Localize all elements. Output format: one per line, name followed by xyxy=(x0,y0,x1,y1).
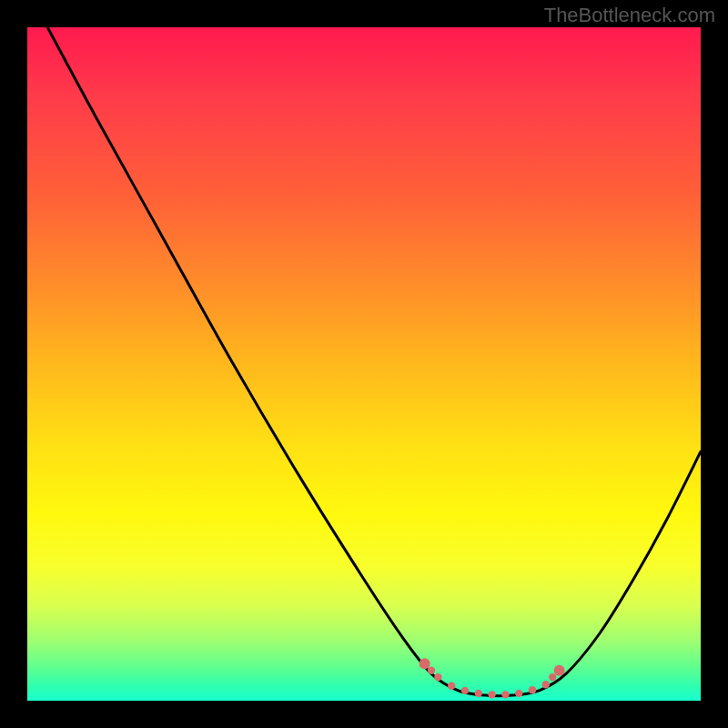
highlight-dot xyxy=(475,690,482,697)
highlight-dot xyxy=(542,681,550,688)
bottleneck-curve xyxy=(47,27,701,696)
highlight-dot xyxy=(554,665,565,676)
highlight-dot xyxy=(461,687,469,694)
highlight-dot xyxy=(501,691,509,698)
highlight-dot xyxy=(515,690,522,697)
highlight-dot xyxy=(434,673,441,681)
chart-svg xyxy=(27,27,701,701)
watermark-text: TheBottleneck.com xyxy=(544,4,715,27)
highlight-region xyxy=(420,658,565,698)
highlight-dot xyxy=(448,682,455,690)
chart-plot-area xyxy=(27,27,701,701)
highlight-dot xyxy=(488,691,495,698)
highlight-dot xyxy=(529,686,536,693)
highlight-dot xyxy=(549,673,556,681)
highlight-dot xyxy=(428,667,435,674)
highlight-dot xyxy=(420,658,430,669)
